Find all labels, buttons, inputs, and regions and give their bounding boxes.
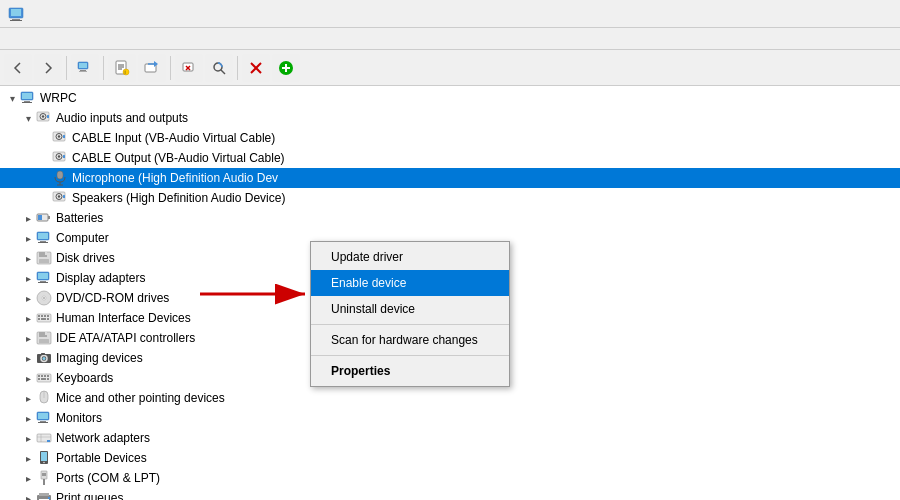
item-icon-ports <box>36 470 52 486</box>
svg-rect-5 <box>79 63 87 68</box>
context-menu: Update driver Enable device Uninstall de… <box>310 241 510 387</box>
expand-btn-keyboards[interactable]: ▸ <box>20 370 36 386</box>
svg-rect-28 <box>24 101 30 102</box>
tree-item-wrpc[interactable]: ▾ WRPC <box>0 88 900 108</box>
menu-file[interactable] <box>4 37 20 41</box>
item-icon-disk-drives <box>36 250 52 266</box>
item-label-cable-output: CABLE Output (VB-Audio Virtual Cable) <box>72 151 285 165</box>
svg-rect-1 <box>11 9 21 16</box>
expand-btn-dvd[interactable]: ▸ <box>20 290 36 306</box>
svg-rect-102 <box>41 452 47 461</box>
tree-item-cable-output[interactable]: CABLE Output (VB-Audio Virtual Cable) <box>0 148 900 168</box>
expand-btn-monitors[interactable]: ▸ <box>20 410 36 426</box>
item-label-ide: IDE ATA/ATAPI controllers <box>56 331 195 345</box>
tree-item-microphone[interactable]: Microphone (High Definition Audio Dev <box>0 168 900 188</box>
toolbar-separator-4 <box>237 56 238 80</box>
item-icon-computer <box>36 230 52 246</box>
update-driver-button[interactable] <box>138 54 166 82</box>
svg-rect-53 <box>38 233 48 239</box>
uninstall-button[interactable] <box>175 54 203 82</box>
svg-point-47 <box>58 195 60 197</box>
svg-rect-68 <box>38 315 40 317</box>
expand-btn-imaging[interactable]: ▸ <box>20 350 36 366</box>
svg-text:i: i <box>125 69 126 75</box>
context-properties[interactable]: Properties <box>311 358 509 384</box>
remove-button[interactable] <box>242 54 270 82</box>
svg-rect-86 <box>44 375 46 377</box>
context-scan[interactable]: Scan for hardware changes <box>311 327 509 353</box>
svg-rect-58 <box>45 252 47 255</box>
expand-btn-portable[interactable]: ▸ <box>20 450 36 466</box>
svg-rect-71 <box>47 315 49 317</box>
tree-item-speakers[interactable]: Speakers (High Definition Audio Device) <box>0 188 900 208</box>
expand-btn-wrpc[interactable]: ▾ <box>4 90 20 106</box>
svg-rect-87 <box>47 375 49 377</box>
svg-rect-90 <box>47 378 49 380</box>
tree-item-cable-input[interactable]: CABLE Input (VB-Audio Virtual Cable) <box>0 128 900 148</box>
menu-help[interactable] <box>52 37 68 41</box>
svg-rect-41 <box>63 155 65 158</box>
add-button[interactable] <box>272 54 300 82</box>
item-icon-batteries <box>36 210 52 226</box>
expand-btn-display-adapters[interactable]: ▸ <box>20 270 36 286</box>
item-icon-network <box>36 430 52 446</box>
tree-item-mice[interactable]: ▸ Mice and other pointing devices <box>0 388 900 408</box>
svg-rect-109 <box>39 493 49 496</box>
title-bar <box>0 0 900 28</box>
svg-rect-72 <box>38 318 40 320</box>
tree-item-portable[interactable]: ▸ Portable Devices <box>0 448 900 468</box>
tree-item-print-queues[interactable]: ▸ Print queues <box>0 488 900 500</box>
scan-button[interactable] <box>205 54 233 82</box>
item-icon-cable-input <box>52 130 68 146</box>
item-label-mice: Mice and other pointing devices <box>56 391 225 405</box>
expand-btn-ports[interactable]: ▸ <box>20 470 36 486</box>
item-label-display-adapters: Display adapters <box>56 271 145 285</box>
expand-btn-mice[interactable]: ▸ <box>20 390 36 406</box>
svg-rect-55 <box>38 242 48 243</box>
tree-item-monitors[interactable]: ▸ Monitors <box>0 408 900 428</box>
expand-btn-audio[interactable]: ▾ <box>20 110 36 126</box>
expand-btn-ide[interactable]: ▸ <box>20 330 36 346</box>
menu-action[interactable] <box>20 37 36 41</box>
tree-item-audio[interactable]: ▾ Audio inputs and outputs <box>0 108 900 128</box>
svg-point-40 <box>58 155 60 157</box>
svg-rect-111 <box>48 497 50 499</box>
svg-rect-61 <box>38 273 48 279</box>
context-enable-device[interactable]: Enable device <box>311 270 509 296</box>
svg-rect-77 <box>45 332 47 335</box>
expand-btn-batteries[interactable]: ▸ <box>20 210 36 226</box>
item-icon-microphone <box>52 170 68 186</box>
svg-rect-74 <box>47 318 49 320</box>
svg-rect-48 <box>63 195 65 198</box>
properties-button[interactable]: i <box>108 54 136 82</box>
svg-point-32 <box>42 115 44 117</box>
item-label-cable-input: CABLE Input (VB-Audio Virtual Cable) <box>72 131 275 145</box>
expand-btn-network[interactable]: ▸ <box>20 430 36 446</box>
svg-point-36 <box>58 135 60 137</box>
item-label-speakers: Speakers (High Definition Audio Device) <box>72 191 285 205</box>
expand-btn-hid[interactable]: ▸ <box>20 310 36 326</box>
item-label-dvd: DVD/CD-ROM drives <box>56 291 169 305</box>
expand-btn-computer[interactable]: ▸ <box>20 230 36 246</box>
item-label-network: Network adapters <box>56 431 150 445</box>
back-button[interactable] <box>4 54 32 82</box>
svg-rect-50 <box>48 216 50 219</box>
tree-item-network[interactable]: ▸ Network adapters <box>0 428 900 448</box>
context-separator-2 <box>311 355 509 356</box>
svg-rect-88 <box>38 378 40 380</box>
svg-rect-107 <box>43 479 45 485</box>
forward-button[interactable] <box>34 54 62 82</box>
item-icon-print-queues <box>36 490 52 500</box>
context-separator-1 <box>311 324 509 325</box>
item-label-imaging: Imaging devices <box>56 351 143 365</box>
menu-view[interactable] <box>36 37 52 41</box>
context-uninstall-device[interactable]: Uninstall device <box>311 296 509 322</box>
context-update-driver[interactable]: Update driver <box>311 244 509 270</box>
expand-btn-print-queues[interactable]: ▸ <box>20 490 36 500</box>
tree-item-batteries[interactable]: ▸ Batteries <box>0 208 900 228</box>
show-all-button[interactable] <box>71 54 99 82</box>
tree-item-ports[interactable]: ▸ Ports (COM & LPT) <box>0 468 900 488</box>
expand-btn-disk-drives[interactable]: ▸ <box>20 250 36 266</box>
toolbar-separator-3 <box>170 56 171 80</box>
svg-rect-7 <box>79 71 87 72</box>
